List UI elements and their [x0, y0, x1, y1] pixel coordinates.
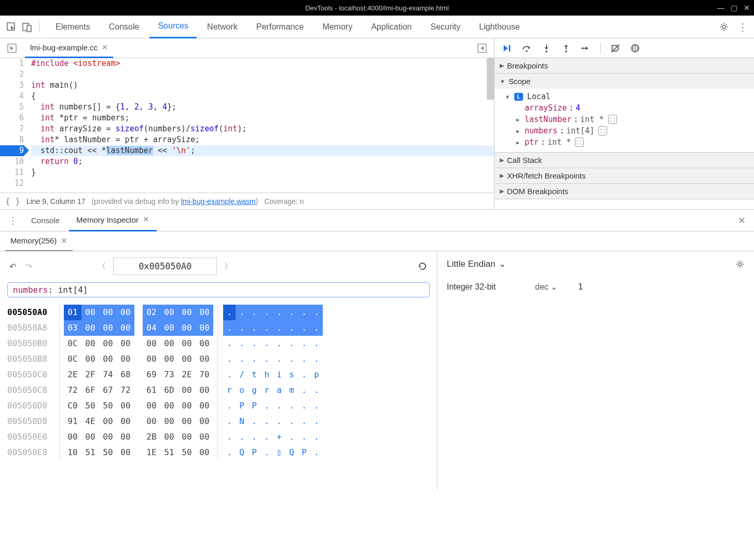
kebab-icon[interactable]: ⋮ [737, 21, 748, 33]
hex-row[interactable]: 005050E0000000002B000000....+... [7, 429, 430, 445]
wasm-link[interactable]: lmi-bug-example.wasm [181, 197, 256, 206]
undo-icon[interactable]: ↶ [7, 259, 18, 274]
hex-row[interactable]: 005050A00100000002000000........ [7, 305, 430, 320]
address-input[interactable]: 0x005050A0 [113, 257, 217, 275]
status-bar: { } Line 9, Column 17 (provided via debu… [0, 193, 494, 209]
hex-row[interactable]: 005050B80C00000000000000........ [7, 351, 430, 367]
object-chip[interactable]: numbers: int[4] [7, 282, 430, 297]
step-over-icon[interactable] [522, 43, 532, 53]
device-icon[interactable] [22, 22, 32, 32]
hex-row[interactable]: 005050D8914E000000000000.N...... [7, 414, 430, 429]
step-into-icon[interactable] [541, 43, 552, 53]
step-icon[interactable] [581, 43, 591, 53]
drawer-tab-console[interactable]: Console [24, 210, 67, 231]
tab-elements[interactable]: Elements [47, 16, 99, 38]
file-tab-label: lmi-bug-example.cc [30, 43, 98, 52]
resume-icon[interactable] [502, 43, 512, 53]
deactivate-breakpoints-icon[interactable] [610, 43, 621, 53]
prev-page-icon[interactable]: 〈 [95, 259, 108, 274]
breakpoints-section[interactable]: ▶Breakpoints [495, 58, 754, 73]
scrollbar[interactable] [487, 58, 494, 100]
maximize-icon[interactable]: ▢ [731, 4, 737, 12]
reveal-memory-icon[interactable]: ⸬ [598, 126, 607, 135]
debugger-panel: ▶Breakpoints ▼Scope ▼LLocal arraySize: 4… [495, 38, 754, 209]
scope-var[interactable]: ▶lastNumber: int *⸬ [501, 114, 754, 125]
minimize-icon[interactable]: — [717, 4, 724, 12]
sources-panel: lmi-bug-example.cc ✕ 123456789101112 #in… [0, 38, 495, 209]
hex-row[interactable]: 005050C8726F6772616D0000rogram.. [7, 383, 430, 398]
memory-tab-bar: Memory(256) ✕ [0, 231, 754, 251]
settings-icon[interactable] [719, 22, 729, 32]
scope-local[interactable]: ▼LLocal [501, 91, 754, 102]
file-tab[interactable]: lmi-bug-example.cc ✕ [25, 38, 113, 58]
tab-lighthouse[interactable]: Lighthouse [471, 16, 528, 38]
navigator-toggle-icon[interactable] [4, 44, 20, 53]
svg-point-10 [582, 47, 584, 49]
endianness-select[interactable]: Little Endian ⌄ [447, 258, 506, 269]
value-display: 1 [578, 282, 583, 292]
close-icon[interactable]: ✕ [143, 215, 149, 224]
tab-memory[interactable]: Memory [314, 16, 361, 38]
redo-icon[interactable]: ↷ [23, 259, 34, 274]
chevron-down-icon: ⌄ [499, 258, 506, 269]
svg-point-15 [738, 263, 741, 265]
scope-var[interactable]: ▶ptr: int *⸬ [501, 136, 754, 148]
chevron-down-icon: ⌄ [551, 282, 557, 292]
memory-tab[interactable]: Memory(256) ✕ [5, 231, 73, 251]
drawer-tab-bar: ⋮ Console Memory Inspector ✕ ✕ [0, 210, 754, 231]
hex-row[interactable]: 005050B00C00000000000000........ [7, 336, 430, 351]
svg-rect-14 [636, 46, 637, 50]
svg-point-3 [722, 25, 725, 29]
xhr-section[interactable]: ▶XHR/fetch Breakpoints [495, 168, 754, 183]
hex-row[interactable]: 005050C02E2F746869732E70./this.p [7, 367, 430, 383]
tab-sources[interactable]: Sources [149, 16, 197, 38]
value-format-select[interactable]: dec⌄ [535, 282, 557, 292]
hex-viewer: ↶ ↷ 〈 0x005050A0 〉 numbers: int[4] 00505… [0, 251, 437, 490]
value-type: Integer 32-bit [447, 282, 514, 292]
drawer-close-icon[interactable]: ✕ [734, 215, 750, 226]
tab-network[interactable]: Network [199, 16, 246, 38]
window-title: DevTools - localhost:4000/lmi-bug-exampl… [305, 4, 449, 12]
tab-performance[interactable]: Performance [248, 16, 312, 38]
scope-var[interactable]: arraySize: 4 [501, 102, 754, 114]
pause-exceptions-icon[interactable] [630, 43, 640, 53]
callstack-section[interactable]: ▶Call Stack [495, 153, 754, 168]
coverage-text: Coverage: n [264, 197, 304, 206]
hex-row[interactable]: 005050D0C050500000000000.PP..... [7, 398, 430, 414]
close-icon[interactable]: ✕ [61, 236, 67, 245]
pretty-print-icon[interactable]: { } [5, 196, 20, 206]
settings-icon[interactable] [735, 259, 745, 269]
close-icon[interactable]: ✕ [744, 4, 750, 12]
reveal-memory-icon[interactable]: ⸬ [608, 115, 617, 124]
scope-var[interactable]: ▶numbers: int[4]⸬ [501, 125, 754, 136]
svg-point-7 [526, 50, 528, 52]
reveal-memory-icon[interactable]: ⸬ [575, 138, 584, 147]
inspect-icon[interactable] [6, 22, 17, 32]
cursor-position: Line 9, Column 17 [26, 197, 86, 206]
value-interpreter: Little Endian ⌄ Integer 32-bit dec⌄ 1 [437, 251, 754, 490]
scope-section[interactable]: ▼Scope [495, 74, 754, 89]
tab-console[interactable]: Console [101, 16, 148, 38]
svg-rect-6 [509, 45, 511, 51]
svg-point-8 [545, 50, 547, 52]
drawer-tab-memory-inspector[interactable]: Memory Inspector ✕ [69, 210, 157, 231]
refresh-icon[interactable] [415, 259, 430, 274]
svg-point-12 [631, 44, 639, 52]
close-icon[interactable]: ✕ [102, 43, 108, 51]
svg-point-9 [565, 50, 567, 52]
main-tab-bar: Elements Console Sources Network Perform… [0, 16, 754, 38]
code-editor[interactable]: 123456789101112 #include <iostream> int … [0, 58, 494, 193]
tab-application[interactable]: Application [363, 16, 420, 38]
next-page-icon[interactable]: 〉 [222, 259, 235, 274]
tab-security[interactable]: Security [422, 16, 469, 38]
dom-section[interactable]: ▶DOM Breakpoints [495, 184, 754, 199]
drawer-menu-icon[interactable]: ⋮ [4, 215, 22, 226]
svg-rect-13 [633, 46, 635, 50]
window-titlebar: DevTools - localhost:4000/lmi-bug-exampl… [0, 0, 754, 16]
svg-rect-2 [27, 25, 31, 32]
step-out-icon[interactable] [561, 43, 571, 53]
debugger-toggle-icon[interactable] [474, 44, 490, 53]
hex-row[interactable]: 005050E8105150001E515000.QP.▯QP. [7, 445, 430, 460]
hex-row[interactable]: 005050A80300000004000000........ [7, 320, 430, 336]
